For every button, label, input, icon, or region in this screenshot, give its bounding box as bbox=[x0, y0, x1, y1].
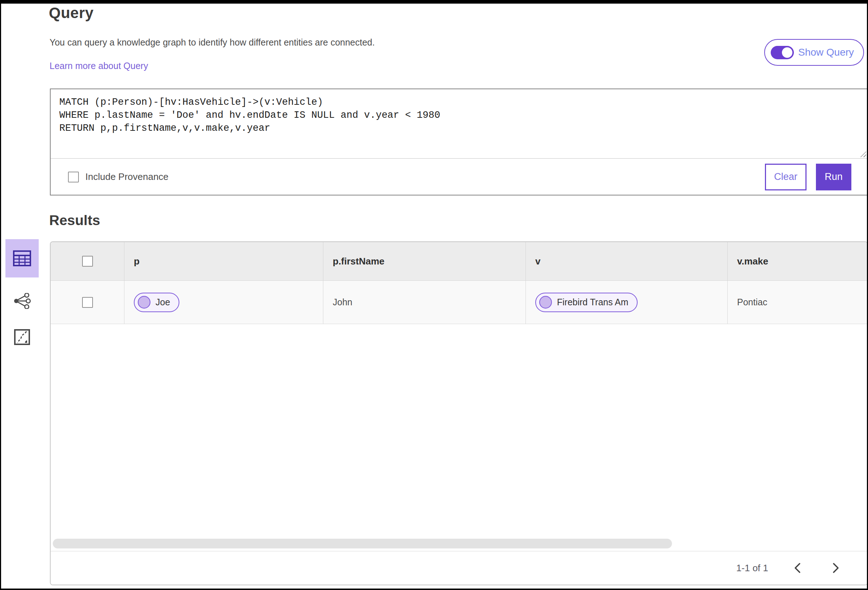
column-header-v-make[interactable]: v.make bbox=[727, 242, 867, 280]
column-header-label: v bbox=[535, 256, 540, 267]
column-header-v[interactable]: v bbox=[526, 242, 727, 280]
table-pagination-bar: 1-1 of 1 bbox=[51, 551, 867, 584]
entity-label: Joe bbox=[155, 297, 170, 308]
table-row[interactable]: Joe John Firebird Trans Am Pontiac bbox=[51, 281, 867, 324]
cell-text: Pontiac bbox=[737, 297, 767, 308]
row-select-cell bbox=[51, 281, 124, 324]
page-description: You can query a knowledge graph to ident… bbox=[50, 37, 375, 48]
select-all-cell bbox=[51, 242, 124, 280]
person-entity-pill[interactable]: Joe bbox=[134, 293, 179, 312]
results-table: p p.firstName v v.make Joe bbox=[50, 241, 868, 585]
row-checkbox[interactable] bbox=[82, 297, 93, 308]
chevron-left-icon bbox=[794, 562, 802, 574]
query-code-input[interactable]: MATCH (p:Person)-[hv:HasVehicle]->(v:Veh… bbox=[51, 89, 867, 158]
next-page-button[interactable] bbox=[827, 559, 845, 577]
run-button[interactable]: Run bbox=[816, 164, 851, 190]
query-editor-footer: Include Provenance Clear Run bbox=[51, 159, 867, 195]
cell-v: Firebird Trans Am bbox=[526, 281, 727, 324]
table-view-button[interactable] bbox=[6, 239, 39, 278]
clear-button[interactable]: Clear bbox=[765, 164, 806, 190]
query-action-buttons: Clear Run bbox=[765, 164, 851, 190]
cell-text: John bbox=[333, 297, 352, 308]
column-header-label: v.make bbox=[737, 256, 768, 267]
map-icon bbox=[14, 329, 30, 345]
pagination-range-label: 1-1 of 1 bbox=[737, 562, 768, 574]
show-query-toggle[interactable]: Show Query bbox=[764, 39, 864, 66]
vehicle-entity-pill[interactable]: Firebird Trans Am bbox=[535, 293, 638, 312]
horizontal-scrollbar[interactable] bbox=[53, 539, 672, 549]
cell-v-make: Pontiac bbox=[727, 281, 867, 324]
link-chart-icon bbox=[13, 293, 31, 309]
cell-p-firstname: John bbox=[323, 281, 526, 324]
column-header-p-firstname[interactable]: p.firstName bbox=[323, 242, 526, 280]
chevron-right-icon bbox=[832, 562, 840, 574]
page-title: Query bbox=[49, 4, 94, 22]
cell-p: Joe bbox=[124, 281, 323, 324]
table-icon bbox=[13, 250, 31, 266]
map-view-button[interactable] bbox=[6, 324, 39, 350]
toggle-knob bbox=[782, 47, 793, 58]
app-window: Query You can query a knowledge graph to… bbox=[0, 0, 868, 590]
include-provenance-checkbox[interactable] bbox=[68, 172, 79, 182]
link-chart-view-button[interactable] bbox=[6, 288, 39, 313]
toggle-on-icon[interactable] bbox=[771, 46, 794, 59]
entity-label: Firebird Trans Am bbox=[557, 297, 628, 308]
query-code-area: MATCH (p:Person)-[hv:HasVehicle]->(v:Veh… bbox=[51, 89, 867, 159]
learn-more-link[interactable]: Learn more about Query bbox=[50, 61, 148, 71]
column-header-p[interactable]: p bbox=[124, 242, 323, 280]
table-header-row: p p.firstName v v.make bbox=[51, 242, 867, 281]
previous-page-button[interactable] bbox=[788, 559, 806, 577]
results-heading: Results bbox=[49, 212, 100, 228]
results-view-rail bbox=[1, 239, 41, 350]
entity-dot-icon bbox=[138, 296, 151, 309]
column-header-label: p bbox=[134, 256, 140, 267]
show-query-label: Show Query bbox=[798, 47, 854, 58]
include-provenance-label: Include Provenance bbox=[86, 171, 168, 182]
select-all-checkbox[interactable] bbox=[82, 256, 93, 266]
entity-dot-icon bbox=[539, 296, 552, 309]
include-provenance-option[interactable]: Include Provenance bbox=[68, 171, 168, 182]
query-editor-panel: MATCH (p:Person)-[hv:HasVehicle]->(v:Veh… bbox=[50, 88, 868, 196]
column-header-label: p.firstName bbox=[333, 256, 384, 267]
